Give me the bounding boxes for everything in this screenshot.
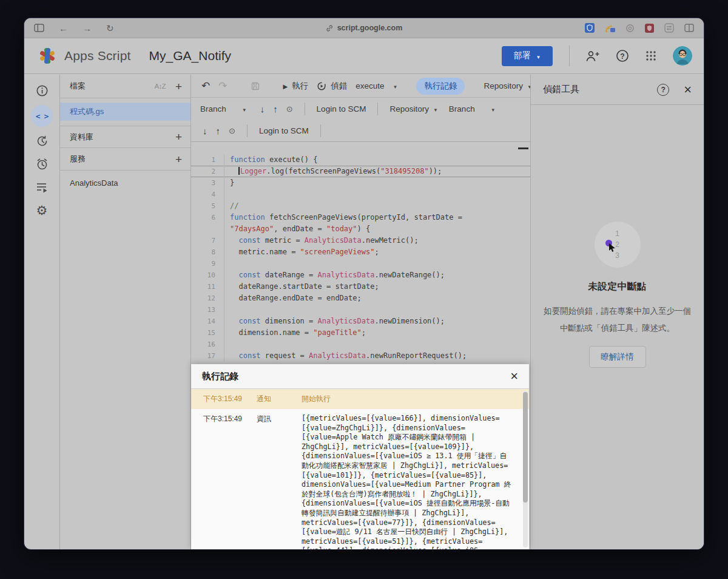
code-text[interactable]: function execute() {: [224, 154, 530, 166]
editor-code-icon[interactable]: [31, 105, 53, 127]
avatar[interactable]: [673, 46, 692, 66]
line-number[interactable]: 15: [191, 327, 224, 339]
ai-knot-extension-icon[interactable]: [625, 24, 635, 33]
add-library-button[interactable]: [175, 131, 182, 143]
git-push-icon[interactable]: [269, 101, 282, 117]
debugger-help-icon[interactable]: [657, 84, 669, 96]
code-text[interactable]: dateRange.endDate = endDate;: [224, 293, 530, 304]
code-text[interactable]: const metric = AnalyticsData.newMetric()…: [224, 235, 530, 246]
line-number[interactable]: 12: [191, 293, 224, 304]
git-commit-icon[interactable]: [282, 102, 297, 116]
address-bar[interactable]: script.google.com: [326, 24, 403, 32]
save-icon[interactable]: [246, 79, 265, 93]
code-line[interactable]: 3}: [191, 177, 530, 189]
log-close-icon[interactable]: [510, 370, 518, 383]
executions-list-icon[interactable]: [31, 178, 53, 196]
debugger-close-icon[interactable]: [684, 83, 692, 96]
tweaks-extension-icon[interactable]: [664, 23, 674, 33]
code-line[interactable]: 12 dateRange.endDate = endDate;: [191, 293, 530, 304]
forward-icon[interactable]: [83, 24, 92, 33]
code-line[interactable]: 8 metric.name = "screenPageViews";: [191, 246, 530, 258]
line-number[interactable]: 3: [191, 177, 224, 189]
help-icon[interactable]: ?: [616, 49, 629, 63]
code-line[interactable]: 5//: [191, 200, 530, 212]
reload-icon[interactable]: [106, 24, 114, 33]
code-text[interactable]: const request = AnalyticsData.newRunRepo…: [224, 350, 530, 362]
code-line[interactable]: 9: [191, 258, 530, 269]
learn-more-button[interactable]: 瞭解詳情: [589, 346, 646, 368]
line-number[interactable]: 16: [191, 339, 224, 350]
code-line[interactable]: 4: [191, 189, 530, 200]
code-lines[interactable]: 1function execute() {2 Logger.log(fetchS…: [191, 142, 530, 362]
login-scm-button-2[interactable]: Login to SCM: [255, 124, 313, 138]
repository-dropdown-1[interactable]: Repository: [479, 79, 531, 93]
execution-log-toggle[interactable]: 執行記錄: [416, 78, 465, 95]
function-select[interactable]: execute: [351, 79, 402, 93]
redo-icon[interactable]: [214, 77, 231, 95]
code-text[interactable]: dateRange.startDate = startDate;: [224, 281, 530, 293]
code-text[interactable]: }: [224, 177, 530, 189]
line-number[interactable]: 5: [191, 200, 224, 212]
git-pull-icon[interactable]: [256, 101, 269, 117]
service-item-analyticsdata[interactable]: AnalyticsData: [60, 171, 190, 195]
back-icon[interactable]: [59, 24, 68, 33]
line-number[interactable]: 11: [191, 281, 224, 293]
sort-az-icon[interactable]: [155, 83, 166, 90]
line-number[interactable]: 17: [191, 350, 224, 362]
line-number[interactable]: 6: [191, 212, 224, 223]
split-view-icon[interactable]: [684, 24, 694, 32]
overview-info-icon[interactable]: [31, 82, 53, 100]
code-text[interactable]: dimension.name = "pageTitle";: [224, 327, 530, 339]
code-line[interactable]: 13: [191, 304, 530, 316]
code-line[interactable]: 1function execute() {: [191, 154, 530, 166]
add-service-button[interactable]: [175, 154, 182, 165]
code-line[interactable]: 16: [191, 339, 530, 350]
code-line[interactable]: 7 const metric = AnalyticsData.newMetric…: [191, 235, 530, 246]
rss-extension-icon[interactable]: [605, 24, 615, 33]
log-scrollbar-thumb[interactable]: [523, 392, 528, 503]
line-number[interactable]: 7: [191, 235, 224, 246]
code-text[interactable]: const dimension = AnalyticsData.newDimen…: [224, 316, 530, 327]
line-number[interactable]: 10: [191, 269, 224, 281]
code-text[interactable]: "7daysAgo", endDate = "today") {: [224, 223, 530, 235]
file-item-selected[interactable]: 程式碼.gs: [60, 103, 190, 121]
share-person-add-icon[interactable]: [585, 50, 600, 62]
security-shield-extension-icon[interactable]: [645, 24, 654, 33]
code-line[interactable]: 17 const request = AnalyticsData.newRunR…: [191, 350, 530, 362]
git-push-icon-2[interactable]: [212, 123, 225, 138]
code-text[interactable]: //: [224, 200, 530, 212]
branch-dropdown-2[interactable]: Branch: [445, 102, 500, 116]
git-commit-icon-2[interactable]: [224, 124, 240, 138]
git-pull-icon-2[interactable]: [198, 123, 212, 138]
code-line[interactable]: 15 dimension.name = "pageTitle";: [191, 327, 530, 339]
branch-dropdown-1[interactable]: Branch: [196, 102, 251, 116]
code-text[interactable]: [224, 189, 530, 200]
code-text[interactable]: [224, 304, 530, 316]
line-number[interactable]: 8: [191, 246, 224, 258]
code-text[interactable]: [224, 258, 530, 269]
code-line[interactable]: 14 const dimension = AnalyticsData.newDi…: [191, 316, 530, 327]
code-line[interactable]: 2 Logger.log(fetchScreenPageViews("31849…: [191, 166, 530, 177]
code-line[interactable]: 10 const dateRange = AnalyticsData.newDa…: [191, 269, 530, 281]
line-number[interactable]: 4: [191, 189, 224, 200]
line-number[interactable]: 13: [191, 304, 224, 316]
code-text[interactable]: function fetchScreenPageViews(propertyId…: [224, 212, 530, 223]
line-number[interactable]: [191, 223, 224, 235]
line-number[interactable]: 1: [191, 154, 224, 166]
debug-button[interactable]: 偵錯: [312, 78, 351, 94]
code-text[interactable]: [224, 339, 530, 350]
code-text[interactable]: metric.name = "screenPageViews";: [224, 246, 530, 258]
sidebar-toggle-icon[interactable]: [34, 24, 44, 32]
line-number[interactable]: 14: [191, 316, 224, 327]
line-number[interactable]: 9: [191, 258, 224, 269]
add-file-button[interactable]: [175, 81, 182, 92]
code-line[interactable]: 6function fetchScreenPageViews(propertyI…: [191, 212, 530, 223]
google-apps-grid-icon[interactable]: [645, 50, 657, 62]
code-line[interactable]: "7daysAgo", endDate = "today") {: [191, 223, 530, 235]
code-text[interactable]: const dateRange = AnalyticsData.newDateR…: [224, 269, 530, 281]
version-history-icon[interactable]: [31, 132, 53, 150]
undo-icon[interactable]: [197, 77, 214, 95]
run-button[interactable]: 執行: [279, 78, 313, 94]
repository-dropdown-2[interactable]: Repository: [385, 102, 442, 116]
settings-gear-icon[interactable]: [31, 201, 53, 219]
